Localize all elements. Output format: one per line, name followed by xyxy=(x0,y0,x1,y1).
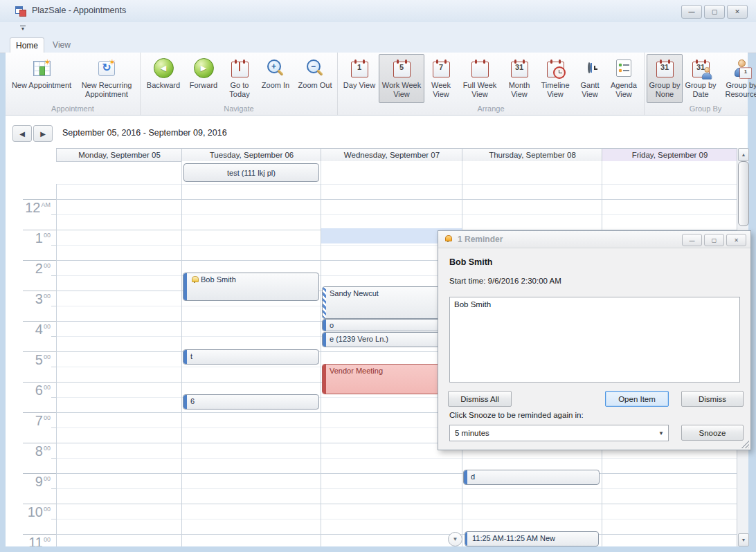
time-ruler: 12AM 100 200 300 400 500 600 700 800 900… xyxy=(6,184,56,546)
snooze-button[interactable]: Snooze xyxy=(681,425,744,441)
reminder-dialog-bell-icon xyxy=(444,234,452,243)
date-range-label: September 05, 2016 - September 09, 2016 xyxy=(62,128,227,138)
group-by-resource-icon: 1 xyxy=(734,59,749,77)
reminder-bell-icon xyxy=(190,275,199,284)
scrollbar-thumb[interactable] xyxy=(738,161,749,226)
ribbon-group-appointment: ✶ New Appointment ↻✶ New Recurring Appoi… xyxy=(6,53,141,115)
allday-cell[interactable] xyxy=(602,161,737,184)
event-d[interactable]: d xyxy=(463,470,600,485)
event-t[interactable]: t xyxy=(183,349,319,365)
ribbon-group-groupby: 31 Group by None 31 Group by Date 1 Grou… xyxy=(645,53,756,115)
close-button[interactable]: ✕ xyxy=(727,5,748,19)
group-label-navigate: Navigate xyxy=(143,103,335,115)
day-header-thursday[interactable]: Thursday, September 08 xyxy=(462,148,602,162)
snooze-interval-value: 5 minutes xyxy=(450,429,654,437)
quick-access-toolbar: ▼ xyxy=(0,22,756,37)
scroll-down-icon[interactable]: ▼ xyxy=(738,533,749,546)
backward-button[interactable]: ◀ Backward xyxy=(143,54,184,103)
app-icon xyxy=(15,6,26,17)
gantt-view-icon xyxy=(588,64,592,73)
tab-view[interactable]: View xyxy=(44,37,79,52)
event-1125-new[interactable]: 11:25 AM-11:25 AM New xyxy=(465,531,599,546)
more-appointments-chevron-icon[interactable]: ▼ xyxy=(448,532,462,546)
zoom-in-button[interactable]: + Zoom In xyxy=(256,54,295,103)
month-view-icon: 31 xyxy=(511,61,528,77)
backward-icon: ◀ xyxy=(154,58,174,78)
restore-button[interactable]: ▢ xyxy=(704,5,725,19)
minimize-button[interactable]: — xyxy=(681,5,702,19)
allday-cell[interactable] xyxy=(321,161,462,184)
reminder-list[interactable]: Bob Smith xyxy=(449,297,740,383)
timeline-view-icon xyxy=(547,61,564,77)
next-week-button[interactable]: ▶ xyxy=(33,125,53,142)
zoom-in-icon: + xyxy=(267,59,285,77)
group-by-date-icon: 31 xyxy=(692,61,710,77)
reminder-dialog-titlebar[interactable]: 1 Reminder — ▢ ✕ xyxy=(438,231,750,248)
day-view-icon: 1 xyxy=(351,61,368,77)
group-by-date-button[interactable]: 31 Group by Date xyxy=(683,54,719,103)
day-column-tuesday[interactable] xyxy=(181,184,321,546)
event-bob-smith[interactable]: Bob Smith xyxy=(183,273,319,301)
day-header-friday[interactable]: Friday, September 09 xyxy=(602,148,737,162)
combo-dropdown-icon[interactable]: ▼ xyxy=(654,430,668,436)
go-to-today-button[interactable]: Go to Today xyxy=(223,54,256,103)
new-recurring-appointment-icon: ↻✶ xyxy=(98,61,115,76)
reminder-list-item[interactable]: Bob Smith xyxy=(450,297,739,311)
allday-cell[interactable] xyxy=(462,161,602,184)
dialog-minimize-button[interactable]: — xyxy=(682,234,702,246)
zoom-out-icon: − xyxy=(306,59,325,77)
go-to-today-icon xyxy=(231,61,249,77)
open-item-button[interactable]: Open Item xyxy=(605,391,669,407)
dismiss-all-button[interactable]: Dismiss All xyxy=(448,391,512,407)
day-header-wednesday[interactable]: Wednesday, September 07 xyxy=(321,148,462,162)
resize-grip[interactable] xyxy=(741,440,749,448)
event-6[interactable]: 6 xyxy=(183,394,319,410)
full-week-view-icon xyxy=(471,61,489,77)
day-column-monday[interactable] xyxy=(56,184,182,546)
reminder-dialog: 1 Reminder — ▢ ✕ Bob Smith Start time: 9… xyxy=(438,230,751,450)
forward-button[interactable]: ▶ Forward xyxy=(184,54,223,103)
ribbon-group-navigate: ◀ Backward ▶ Forward Go to Today + Zoom … xyxy=(141,53,338,115)
app-window: PlazSale - Appointments — ▢ ✕ ▼ Home Vie… xyxy=(0,0,756,552)
new-recurring-appointment-button[interactable]: ↻✶ New Recurring Appointment xyxy=(75,54,138,103)
allday-event-test[interactable]: test (111 lkj pl) xyxy=(183,163,319,182)
quick-access-more-icon[interactable]: ▼ xyxy=(19,26,26,31)
new-appointment-icon: ✶ xyxy=(33,61,51,76)
day-header-monday[interactable]: Monday, September 05 xyxy=(56,148,182,162)
week-view-button[interactable]: 7 Week View xyxy=(424,54,458,103)
window-title: PlazSale - Appointments xyxy=(32,6,126,15)
dialog-close-button[interactable]: ✕ xyxy=(726,234,746,246)
full-week-view-button[interactable]: Full Week View xyxy=(458,54,502,103)
group-by-none-button[interactable]: 31 Group by None xyxy=(647,54,683,103)
group-by-none-icon: 31 xyxy=(656,61,674,77)
week-view-icon: 7 xyxy=(433,61,450,77)
work-week-view-button[interactable]: 5 Work Week View xyxy=(379,54,424,103)
group-by-resource-button[interactable]: 1 Group by Resource xyxy=(719,54,756,103)
reminder-dialog-title: 1 Reminder xyxy=(458,234,503,244)
day-header-tuesday[interactable]: Tuesday, September 06 xyxy=(181,148,321,162)
scroll-up-icon[interactable]: ▲ xyxy=(738,148,749,161)
day-view-button[interactable]: 1 Day View xyxy=(340,54,379,103)
zoom-out-button[interactable]: − Zoom Out xyxy=(295,54,335,103)
ribbon-tab-bar: Home View xyxy=(0,37,756,53)
ribbon: ✶ New Appointment ↻✶ New Recurring Appoi… xyxy=(6,53,748,116)
work-week-view-icon: 5 xyxy=(393,61,411,77)
snooze-prompt: Click Snooze to be reminded again in: xyxy=(449,411,584,419)
ribbon-group-arrange: 1 Day View 5 Work Week View 7 Week View … xyxy=(338,53,645,115)
gantt-view-button[interactable]: Gantt View xyxy=(574,54,606,103)
dismiss-button[interactable]: Dismiss xyxy=(681,391,744,407)
group-label-groupby: Group By xyxy=(647,103,756,115)
month-view-button[interactable]: 31 Month View xyxy=(502,54,537,103)
previous-week-button[interactable]: ◀ xyxy=(12,125,32,142)
forward-icon: ▶ xyxy=(194,58,214,78)
date-navigation-bar: ◀ ▶ September 05, 2016 - September 09, 2… xyxy=(6,116,748,148)
agenda-view-button[interactable]: Agenda View xyxy=(606,54,642,103)
group-label-arrange: Arrange xyxy=(340,103,642,115)
new-appointment-button[interactable]: ✶ New Appointment xyxy=(8,54,75,103)
dialog-maximize-button[interactable]: ▢ xyxy=(704,234,724,246)
snooze-interval-select[interactable]: 5 minutes ▼ xyxy=(449,425,669,441)
reminder-subject: Bob Smith xyxy=(449,257,493,267)
timeline-view-button[interactable]: Timeline View xyxy=(537,54,574,103)
title-bar: PlazSale - Appointments — ▢ ✕ xyxy=(0,0,756,23)
tab-home[interactable]: Home xyxy=(10,37,44,53)
